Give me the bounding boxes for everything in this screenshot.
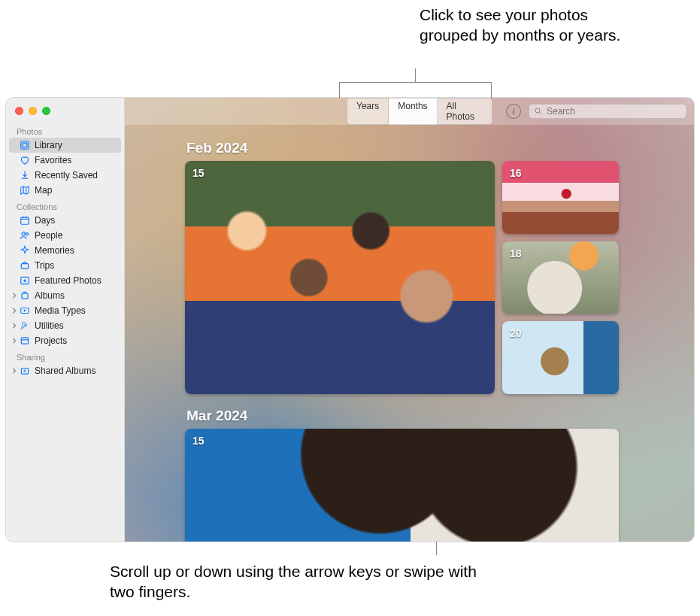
segment-years[interactable]: Years [347, 98, 389, 125]
albums-icon [20, 290, 30, 301]
svg-rect-10 [21, 369, 28, 375]
people-icon [20, 230, 30, 241]
sidebar-item-featured-photos[interactable]: Featured Photos [9, 273, 121, 288]
sidebar: Photos Library Favorites Recently Saved [6, 98, 125, 542]
sidebar-item-projects[interactable]: Projects [9, 333, 121, 348]
month-grid[interactable]: Feb 2024 15 16 18 20 [185, 134, 634, 542]
photo-tile[interactable]: 16 [502, 161, 619, 234]
photo-tile[interactable]: 20 [502, 321, 619, 394]
media-types-icon [20, 305, 30, 316]
callout-line [339, 82, 492, 83]
chevron-right-icon [11, 322, 18, 329]
svg-rect-2 [21, 217, 29, 224]
sidebar-item-label: Utilities [35, 320, 64, 331]
callout-line [491, 82, 492, 98]
sidebar-item-label: Media Types [35, 305, 86, 316]
sidebar-item-label: Trips [35, 260, 54, 271]
projects-icon [20, 335, 30, 346]
svg-point-3 [22, 232, 25, 235]
sparkle-icon [20, 245, 30, 256]
svg-point-12 [535, 108, 540, 113]
sidebar-item-label: Memories [35, 245, 74, 256]
minimize-button[interactable] [29, 107, 37, 115]
heart-icon [20, 155, 30, 165]
month-heading: Mar 2024 [186, 408, 634, 424]
day-badge: 18 [510, 247, 522, 259]
svg-point-4 [26, 233, 28, 235]
sidebar-item-map[interactable]: Map [9, 183, 121, 198]
svg-rect-0 [21, 141, 29, 150]
day-badge: 16 [510, 167, 522, 179]
window-controls [6, 102, 124, 123]
shared-albums-icon [20, 366, 30, 376]
calendar-icon [20, 215, 30, 226]
sidebar-item-recently-saved[interactable]: Recently Saved [9, 168, 121, 183]
sidebar-item-memories[interactable]: Memories [9, 243, 121, 258]
month-heading: Feb 2024 [186, 140, 634, 156]
sidebar-header-sharing: Sharing [6, 348, 124, 363]
view-segmented-control: Years Months All Photos [347, 98, 492, 125]
segment-all-photos[interactable]: All Photos [438, 98, 493, 125]
maximize-button[interactable] [42, 107, 50, 115]
map-icon [20, 185, 30, 196]
sidebar-item-people[interactable]: People [9, 228, 121, 243]
photo-tile[interactable]: 15 [185, 161, 495, 394]
sidebar-item-label: Library [35, 140, 62, 150]
sidebar-item-favorites[interactable]: Favorites [9, 153, 121, 168]
day-badge: 15 [192, 435, 205, 447]
chevron-right-icon [11, 367, 18, 375]
library-icon [20, 140, 30, 150]
search-icon [534, 107, 543, 116]
photo-tile[interactable]: 18 [502, 241, 619, 314]
chevron-right-icon [11, 337, 18, 344]
sidebar-header-collections: Collections [6, 198, 124, 213]
toolbar: Years Months All Photos i [125, 98, 694, 125]
sidebar-item-label: Shared Albums [35, 366, 95, 376]
search-input[interactable] [547, 106, 681, 117]
segment-months[interactable]: Months [389, 98, 437, 125]
svg-rect-1 [23, 143, 27, 147]
svg-rect-9 [21, 338, 28, 344]
sidebar-item-media-types[interactable]: Media Types [9, 303, 121, 318]
close-button[interactable] [15, 107, 23, 115]
photo-tile[interactable]: 15 [185, 429, 619, 542]
sidebar-item-library[interactable]: Library [9, 138, 121, 153]
callout-top: Click to see your photos grouped by mont… [420, 5, 638, 46]
download-icon [20, 170, 30, 181]
sidebar-item-trips[interactable]: Trips [9, 258, 121, 273]
sidebar-item-shared-albums[interactable]: Shared Albums [9, 363, 121, 378]
sidebar-header-photos: Photos [6, 123, 124, 138]
search-field[interactable] [529, 104, 686, 119]
callout-bottom: Scroll up or down using the arrow keys o… [110, 561, 486, 602]
wrench-icon [20, 320, 30, 331]
photos-window: Photos Library Favorites Recently Saved [6, 98, 694, 542]
callout-line [339, 82, 340, 98]
sidebar-item-label: Recently Saved [35, 170, 98, 181]
day-badge: 20 [510, 327, 522, 339]
svg-rect-5 [21, 264, 28, 269]
chevron-right-icon [11, 292, 18, 299]
svg-rect-7 [22, 293, 28, 299]
sidebar-item-label: Featured Photos [35, 275, 102, 286]
callout-line [415, 68, 416, 82]
suitcase-icon [20, 260, 30, 271]
info-button[interactable]: i [506, 104, 521, 119]
sidebar-item-albums[interactable]: Albums [9, 288, 121, 303]
sidebar-item-utilities[interactable]: Utilities [9, 318, 121, 333]
main-content: Years Months All Photos i Feb 2024 15 [125, 98, 694, 542]
sidebar-item-label: Map [35, 185, 52, 196]
sidebar-item-label: People [35, 230, 62, 241]
sidebar-item-label: Favorites [35, 155, 71, 165]
sidebar-item-days[interactable]: Days [9, 213, 121, 228]
sidebar-item-label: Projects [35, 335, 67, 346]
sidebar-item-label: Days [35, 215, 55, 226]
star-rect-icon [20, 275, 30, 286]
chevron-right-icon [11, 307, 18, 314]
day-badge: 15 [192, 167, 205, 179]
sidebar-item-label: Albums [35, 290, 65, 301]
svg-point-11 [24, 370, 26, 372]
